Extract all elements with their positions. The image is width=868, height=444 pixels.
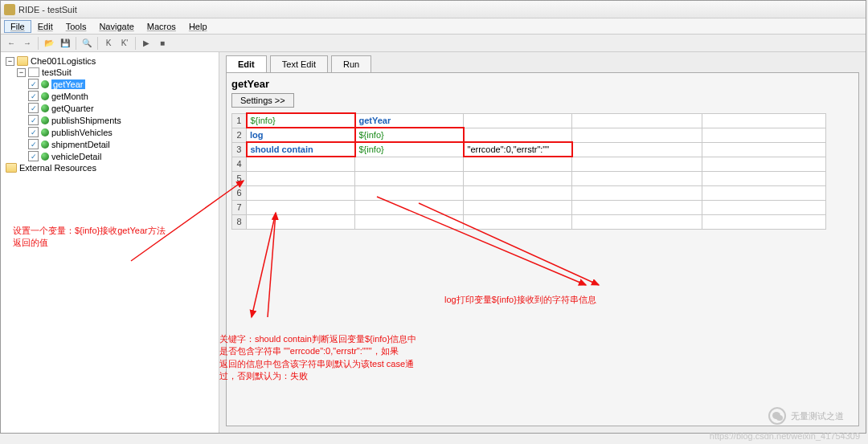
cell-arg4[interactable] bbox=[702, 171, 826, 185]
menu-tools[interactable]: Tools bbox=[59, 20, 93, 33]
keyword-grid[interactable]: 1 ${info} getYear 2 log ${info} 3 should… bbox=[231, 112, 826, 230]
cell-arg2[interactable] bbox=[464, 157, 572, 171]
cell-arg1[interactable]: getYear bbox=[355, 113, 464, 128]
collapse-icon[interactable]: − bbox=[6, 57, 14, 66]
run-icon[interactable]: ▶ bbox=[139, 36, 154, 51]
cell-arg3[interactable] bbox=[572, 157, 702, 171]
cell-arg2[interactable]: "errcode":0,"errstr":"" bbox=[464, 142, 572, 157]
cell-arg1[interactable] bbox=[355, 171, 464, 185]
tool-k2[interactable]: K' bbox=[117, 36, 132, 51]
cell-keyword[interactable] bbox=[247, 214, 355, 229]
cell-arg2[interactable] bbox=[464, 171, 572, 185]
grid-row[interactable]: 4 bbox=[232, 157, 826, 171]
cell-arg4[interactable] bbox=[702, 200, 826, 214]
cell-keyword[interactable] bbox=[247, 157, 355, 171]
menu-help[interactable]: Help bbox=[182, 20, 214, 33]
cell-arg2[interactable] bbox=[464, 113, 572, 128]
row-number: 3 bbox=[232, 142, 247, 157]
cell-arg1[interactable] bbox=[355, 214, 464, 229]
title-bar: RIDE - testSuit bbox=[1, 1, 866, 18]
grid-row[interactable]: 6 bbox=[232, 185, 826, 200]
tree-external[interactable]: External Resources bbox=[4, 162, 215, 173]
cell-arg3[interactable] bbox=[572, 113, 702, 128]
cell-arg3[interactable] bbox=[572, 142, 702, 157]
collapse-icon[interactable]: − bbox=[17, 68, 26, 77]
tab-run[interactable]: Run bbox=[331, 55, 371, 72]
row-number: 7 bbox=[232, 200, 247, 214]
menu-edit[interactable]: Edit bbox=[31, 20, 59, 33]
grid-row[interactable]: 7 bbox=[232, 200, 826, 214]
checkbox[interactable]: ✓ bbox=[28, 127, 39, 137]
test-icon bbox=[41, 141, 49, 149]
tree-case[interactable]: ✓ vehicleDetail bbox=[4, 150, 215, 162]
cell-arg1[interactable] bbox=[355, 185, 464, 200]
tree-suite[interactable]: − testSuit bbox=[4, 67, 215, 78]
tab-edit[interactable]: Edit bbox=[226, 55, 267, 72]
cell-arg4[interactable] bbox=[702, 157, 826, 171]
cell-keyword[interactable] bbox=[247, 185, 355, 200]
checkbox[interactable]: ✓ bbox=[28, 79, 39, 89]
row-number: 2 bbox=[232, 128, 247, 142]
cell-arg4[interactable] bbox=[702, 128, 826, 142]
tab-text-edit[interactable]: Text Edit bbox=[270, 55, 328, 72]
checkbox[interactable]: ✓ bbox=[28, 91, 39, 101]
test-icon bbox=[41, 128, 49, 136]
menu-navigate[interactable]: Navigate bbox=[92, 20, 140, 33]
cell-arg3[interactable] bbox=[572, 214, 702, 229]
checkbox[interactable]: ✓ bbox=[28, 115, 39, 125]
save-icon[interactable]: 💾 bbox=[58, 36, 72, 51]
tree-case[interactable]: ✓ publishVehicles bbox=[4, 126, 215, 138]
tree-case[interactable]: ✓ publishShipments bbox=[4, 114, 215, 126]
menu-macros[interactable]: Macros bbox=[141, 20, 182, 33]
grid-row[interactable]: 2 log ${info} bbox=[232, 128, 826, 142]
cell-arg1[interactable] bbox=[355, 200, 464, 214]
tool-k1[interactable]: K bbox=[101, 36, 116, 51]
grid-row[interactable]: 1 ${info} getYear bbox=[232, 113, 826, 128]
stop-icon[interactable]: ■ bbox=[155, 36, 170, 51]
cell-arg4[interactable] bbox=[702, 185, 826, 200]
tree-project[interactable]: − Che001Logistics bbox=[4, 55, 215, 67]
cell-keyword[interactable]: log bbox=[247, 128, 355, 142]
cell-arg3[interactable] bbox=[572, 171, 702, 185]
cell-arg4[interactable] bbox=[702, 214, 826, 229]
cell-arg2[interactable] bbox=[464, 200, 572, 214]
grid-row[interactable]: 8 bbox=[232, 214, 826, 229]
tree-case[interactable]: ✓ getYear bbox=[4, 78, 215, 90]
open-icon[interactable]: 📂 bbox=[42, 36, 56, 51]
grid-row[interactable]: 3 should contain ${info} "errcode":0,"er… bbox=[232, 142, 826, 157]
checkbox[interactable]: ✓ bbox=[28, 103, 39, 113]
menu-file[interactable]: File bbox=[4, 20, 31, 33]
grid-row[interactable]: 5 bbox=[232, 171, 826, 185]
cell-keyword[interactable]: should contain bbox=[247, 142, 355, 157]
tree-panel[interactable]: − Che001Logistics − testSuit ✓ getYear✓ … bbox=[1, 52, 219, 433]
row-number: 6 bbox=[232, 185, 247, 200]
cell-arg4[interactable] bbox=[702, 113, 826, 128]
cell-keyword[interactable] bbox=[247, 200, 355, 214]
cell-keyword[interactable] bbox=[247, 171, 355, 185]
cell-arg3[interactable] bbox=[572, 128, 702, 142]
tree-case[interactable]: ✓ getMonth bbox=[4, 90, 215, 102]
cell-arg3[interactable] bbox=[572, 200, 702, 214]
tree-case[interactable]: ✓ shipmentDetail bbox=[4, 138, 215, 150]
cell-keyword[interactable]: ${info} bbox=[247, 113, 355, 128]
cell-arg2[interactable] bbox=[464, 185, 572, 200]
forward-icon[interactable]: → bbox=[20, 36, 35, 51]
checkbox[interactable]: ✓ bbox=[28, 151, 39, 161]
cell-arg4[interactable] bbox=[702, 142, 826, 157]
checkbox[interactable]: ✓ bbox=[28, 139, 39, 149]
test-icon bbox=[41, 104, 49, 112]
cell-arg1[interactable] bbox=[355, 157, 464, 171]
cell-arg1[interactable]: ${info} bbox=[355, 142, 464, 157]
search-icon[interactable]: 🔍 bbox=[80, 36, 94, 51]
tree-case[interactable]: ✓ getQuarter bbox=[4, 102, 215, 114]
cell-arg3[interactable] bbox=[572, 185, 702, 200]
tree-label: Che001Logistics bbox=[31, 56, 96, 66]
settings-button[interactable]: Settings >> bbox=[231, 93, 294, 108]
watermark: https://blog.csdn.net/weixin_41754309 bbox=[710, 431, 860, 441]
cell-arg2[interactable] bbox=[464, 214, 572, 229]
back-icon[interactable]: ← bbox=[4, 36, 18, 51]
separator bbox=[135, 37, 136, 50]
cell-arg1[interactable]: ${info} bbox=[355, 128, 464, 142]
row-number: 4 bbox=[232, 157, 247, 171]
cell-arg2[interactable] bbox=[464, 128, 572, 142]
